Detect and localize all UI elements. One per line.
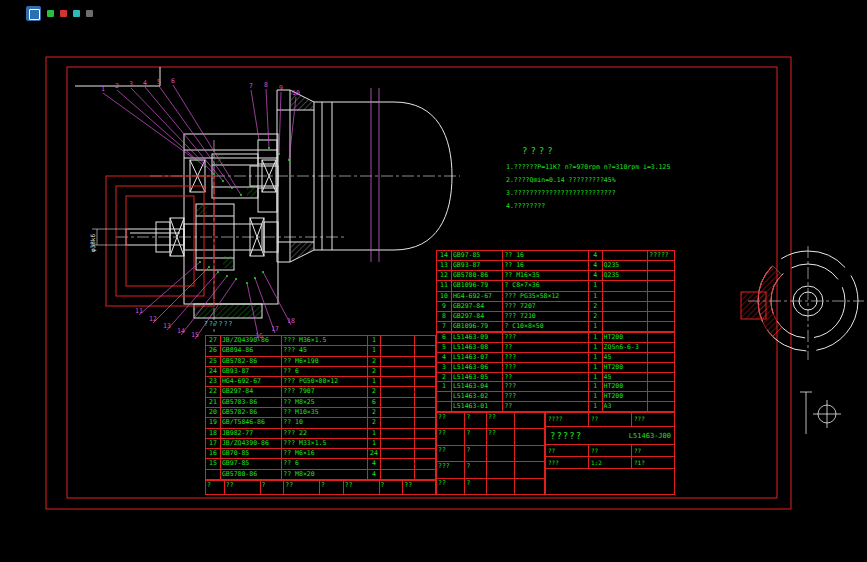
- table-cell: [647, 353, 674, 362]
- table-cell: 1: [588, 363, 602, 372]
- window-button-cyan[interactable]: [73, 10, 80, 17]
- table-cell: ?? 6: [281, 367, 366, 376]
- cad-viewport[interactable]: φ38k6 123456789101112131415161718 ????1.…: [0, 0, 867, 562]
- table-cell: 4: [437, 353, 451, 362]
- dimension-texts: φ38k6: [89, 234, 97, 252]
- leader-line: [103, 93, 196, 160]
- window-button-gray[interactable]: [86, 10, 93, 17]
- window-topbar: [26, 6, 93, 21]
- leader-line: [117, 90, 205, 167]
- table-cell: ??? PG35×58×12: [502, 292, 587, 301]
- table-cell: 15: [206, 459, 220, 468]
- datum-symbol: [800, 392, 841, 434]
- table-row: 22GB297-84??? 79072: [206, 386, 435, 396]
- table-row: 12GB5780-86?? M16×354Q235: [437, 270, 674, 280]
- tech-requirements-title: ????: [522, 146, 670, 156]
- table-cell: ??: [437, 479, 464, 494]
- table-cell: [514, 413, 544, 428]
- table-cell: [486, 479, 513, 494]
- leader-number: 7: [249, 82, 253, 90]
- table-cell: 2: [437, 373, 451, 382]
- table-cell: ?? M16×35: [502, 271, 587, 280]
- red-highlight-boxes[interactable]: [106, 176, 214, 306]
- leader-number: 3: [129, 80, 133, 88]
- leader-dot: [231, 187, 233, 189]
- table-cell: ?? 6: [281, 459, 366, 468]
- table-cell: ?: [464, 429, 486, 444]
- title-block-cell: ??: [589, 445, 632, 456]
- leader-number: 11: [135, 307, 143, 315]
- table-cell: [380, 408, 414, 417]
- leader-line: [266, 89, 269, 148]
- table-cell: GB97-85: [220, 459, 281, 468]
- table-cell: [414, 408, 435, 417]
- table-cell: ??? 22: [281, 429, 366, 438]
- table-cell: 21: [206, 398, 220, 407]
- cad-app-icon[interactable]: [26, 6, 41, 21]
- table-row: 9GB297-84??? 72072: [437, 301, 674, 311]
- leader-dot: [278, 153, 280, 155]
- table-row: 19GB/T5846-86?? 102: [206, 417, 435, 427]
- table-cell: L51463-05: [451, 373, 503, 382]
- table-cell: 4: [588, 271, 602, 280]
- window-button-red[interactable]: [60, 10, 67, 17]
- table-cell: ?? M8×25: [281, 398, 366, 407]
- table-row: L51463-01??1A3: [437, 401, 674, 411]
- table-cell: ???: [502, 363, 587, 372]
- leader-dot: [226, 275, 228, 277]
- table-row: 20GB5782-86?? M10×352: [206, 407, 435, 417]
- leader-dot: [222, 180, 224, 182]
- table-cell: ??: [502, 373, 587, 382]
- leader-dot: [199, 261, 201, 263]
- table-cell: HT200: [602, 382, 648, 391]
- table-cell: [647, 292, 674, 301]
- table-cell: [647, 343, 674, 352]
- table-cell: [602, 292, 648, 301]
- table-cell: 1: [367, 336, 381, 345]
- leader-number: 1: [101, 85, 105, 93]
- bottom-signature-strip: ????????????: [205, 480, 436, 495]
- table-cell: [414, 367, 435, 376]
- construction-lines-magenta[interactable]: [371, 88, 379, 262]
- table-cell: [647, 333, 674, 342]
- table-row: 26GB894-86??? 451: [206, 345, 435, 355]
- table-cell: 45: [602, 373, 648, 382]
- table-cell: [647, 261, 674, 270]
- table-cell: 2: [367, 367, 381, 376]
- table-cell: ZQSn6-6-3: [602, 343, 648, 352]
- leader-number: 10: [292, 89, 300, 97]
- table-cell: L51463-06: [451, 363, 503, 372]
- table-cell: 4: [588, 251, 602, 260]
- table-cell: 2: [588, 302, 602, 311]
- title-block: ????????? ????? L51463-J00 ?????? ???1:2…: [545, 412, 675, 495]
- table-cell: [414, 377, 435, 386]
- table-cell: GB5780-86: [220, 470, 281, 479]
- table-cell: ??: [224, 481, 260, 494]
- table-row: 18JB982-77??? 221: [206, 428, 435, 438]
- table-cell: [647, 382, 674, 391]
- table-cell: 1: [588, 292, 602, 301]
- table-cell: ??: [502, 343, 587, 352]
- table-cell: [380, 429, 414, 438]
- table-cell: [414, 439, 435, 448]
- leader-dot: [254, 277, 256, 279]
- table-cell: ?: [464, 446, 486, 461]
- table-row: ?????: [437, 428, 544, 444]
- table-cell: ??: [486, 413, 513, 428]
- table-cell: 2: [588, 312, 602, 321]
- table-cell: 13: [437, 261, 451, 270]
- table-cell: ?? M6×16: [281, 449, 366, 458]
- table-row: 10HG4-692-67??? PG35×58×121: [437, 291, 674, 301]
- title-block-mid-row-2: ???1:2?1?: [546, 457, 674, 469]
- leader-number: 8: [264, 81, 268, 89]
- table-cell: [602, 322, 648, 331]
- tech-note: 3.??????????????????????????: [506, 187, 670, 200]
- table-cell: [414, 470, 435, 479]
- leader-dot: [268, 147, 270, 149]
- table-cell: 9: [437, 302, 451, 311]
- table-cell: ??: [437, 413, 464, 428]
- window-button-green[interactable]: [47, 10, 54, 17]
- table-row: GB5780-86?? M8×204: [206, 469, 435, 479]
- leader-number: 14: [177, 327, 185, 335]
- leader-dot: [246, 282, 248, 284]
